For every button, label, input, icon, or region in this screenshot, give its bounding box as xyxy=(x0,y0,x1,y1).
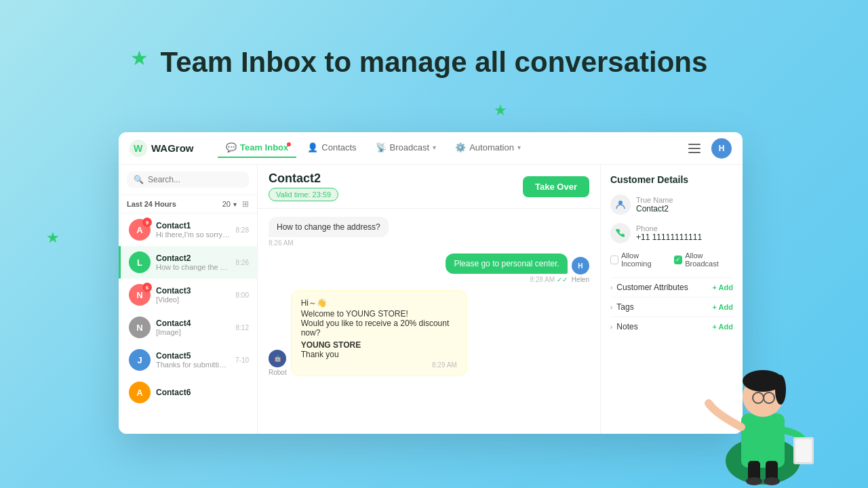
chat-messages: How to change the address? 8:26 AM Pleas… xyxy=(258,209,600,434)
contact3-info: Contact3 [Video] xyxy=(156,286,231,304)
contact4-preview: [Image] xyxy=(156,328,231,336)
allow-incoming-box[interactable] xyxy=(610,256,618,264)
name-icon xyxy=(610,195,631,215)
allow-broadcast-box[interactable]: ✓ xyxy=(674,256,682,264)
contact2-name: Contact2 xyxy=(156,253,231,263)
svg-point-15 xyxy=(746,477,762,485)
svg-point-2 xyxy=(618,201,623,205)
msg-time-2: 8:28 AM ✓✓ xyxy=(446,276,567,283)
contact6-info: Contact6 xyxy=(156,388,249,397)
tab-contacts[interactable]: 👤 Contacts xyxy=(299,138,364,158)
phone-label: Phone xyxy=(636,224,702,232)
detail-phone-row: Phone +11 11111111111 xyxy=(610,223,733,243)
msg-bubble-1: How to change the address? xyxy=(269,217,389,237)
message-received-1: How to change the address? 8:26 AM xyxy=(269,217,589,247)
search-input-wrap[interactable]: 🔍 xyxy=(127,171,249,188)
accordion-tags[interactable]: › Tags + Add xyxy=(610,297,733,317)
contact-item-contact4[interactable]: N Contact4 [Image] 8:12 xyxy=(119,311,257,344)
contact1-badge: 9 xyxy=(142,218,152,227)
contact5-name: Contact5 xyxy=(156,351,230,361)
contact2-avatar: L xyxy=(129,251,151,273)
agent-avatar-helen: H xyxy=(572,257,589,274)
tab-contacts-label: Contacts xyxy=(321,142,356,152)
bot-msg-time: 8:29 AM xyxy=(301,361,457,369)
filter-count[interactable]: 20 ▾ ⊞ xyxy=(222,199,249,209)
contact-item-contact2[interactable]: L Contact2 How to change the address? 8:… xyxy=(119,246,257,279)
contact-item-contact1[interactable]: A 9 Contact1 Hi there,I'm so sorry I for… xyxy=(119,214,257,246)
allow-broadcast-label: Allow Broadcast xyxy=(685,251,733,268)
contact5-avatar: J xyxy=(129,349,151,371)
allow-incoming-checkbox[interactable]: Allow Incoming xyxy=(610,251,666,268)
accordion-left-notes: › Notes xyxy=(610,322,638,331)
chevron-notes-icon: › xyxy=(610,323,612,331)
contact-item-contact3[interactable]: N 6 Contact3 [Video] 8:00 xyxy=(119,279,257,311)
svg-point-16 xyxy=(764,477,780,485)
accordion-left-attributes: › Customer Attributes xyxy=(610,283,688,292)
bot-bubble: Hi～👋 Welcome to YOUNG STORE! Would you l… xyxy=(291,290,467,376)
message-sent-1: Please go to personal center. 8:28 AM ✓✓… xyxy=(269,253,589,283)
brand-name: WAGrow xyxy=(151,142,194,154)
automation-dropdown-icon: ▾ xyxy=(517,144,521,151)
contact4-time: 8:12 xyxy=(236,324,249,331)
tab-team-inbox[interactable]: 💬 Team Inbox xyxy=(218,138,296,158)
svg-point-7 xyxy=(775,375,786,405)
menu-icon[interactable] xyxy=(688,144,701,153)
accordion-customer-attributes[interactable]: › Customer Attributes + Add xyxy=(610,277,733,297)
contact4-info: Contact4 [Image] xyxy=(156,319,231,336)
phone-detail: Phone +11 11111111111 xyxy=(636,224,702,242)
search-box: 🔍 xyxy=(119,165,257,195)
chat-area: Contact2 Valid time: 23:59 Take Over How… xyxy=(258,165,600,434)
contact3-name: Contact3 xyxy=(156,286,231,296)
search-input[interactable] xyxy=(148,175,242,184)
msg-bubble-2: Please go to personal center. xyxy=(446,253,567,274)
broadcast-icon: 📡 xyxy=(376,142,387,152)
allow-broadcast-checkbox[interactable]: ✓ Allow Broadcast xyxy=(674,251,733,268)
name-label: True Name xyxy=(636,196,673,204)
tab-automation[interactable]: ⚙️ Automation ▾ xyxy=(447,138,529,158)
message-bot-1: 🤖 Robot Hi～👋 Welcome to YOUNG STORE! Wou… xyxy=(269,290,589,376)
star-decoration-1: ★ xyxy=(130,46,149,70)
contact1-name: Contact1 xyxy=(156,221,231,230)
take-over-button[interactable]: Take Over xyxy=(523,176,589,197)
person-illustration xyxy=(695,325,831,488)
contact5-info: Contact5 Thanks for submitting your... xyxy=(156,351,230,369)
msg-time-1: 8:26 AM xyxy=(269,239,389,247)
bot-name: Robot xyxy=(269,369,287,376)
valid-time-badge: Valid time: 23:59 xyxy=(269,188,338,201)
filter-count-chevron: ▾ xyxy=(233,201,237,208)
name-detail: True Name Contact2 xyxy=(636,196,673,214)
allow-incoming-label: Allow Incoming xyxy=(621,251,666,268)
panel-title: Customer Details xyxy=(610,174,733,185)
filter-settings-icon[interactable]: ⊞ xyxy=(242,199,249,209)
team-inbox-icon: 💬 xyxy=(226,142,237,152)
filter-bar: Last 24 Hours 20 ▾ ⊞ xyxy=(119,195,257,214)
accordion-left-tags: › Tags xyxy=(610,302,634,312)
contact5-time: 7-10 xyxy=(235,357,249,364)
bot-avatar: 🤖 xyxy=(269,350,286,367)
user-avatar[interactable]: H xyxy=(711,138,732,159)
tab-team-inbox-label: Team Inbox xyxy=(240,142,288,152)
contact3-preview: [Video] xyxy=(156,296,231,304)
tab-broadcast[interactable]: 📡 Broadcast ▾ xyxy=(368,138,445,158)
notes-label: Notes xyxy=(616,322,637,331)
add-tags-link[interactable]: + Add xyxy=(713,303,733,311)
contact-item-contact5[interactable]: J Contact5 Thanks for submitting your...… xyxy=(119,344,257,376)
add-attributes-link[interactable]: + Add xyxy=(713,283,733,291)
broadcast-dropdown-icon: ▾ xyxy=(433,144,436,151)
contact2-info: Contact2 How to change the address? xyxy=(156,253,231,271)
top-nav: W WAGrow 💬 Team Inbox 👤 Contacts 📡 Broad… xyxy=(119,132,743,165)
contact3-avatar: N 6 xyxy=(129,284,151,306)
contact5-preview: Thanks for submitting your... xyxy=(156,361,230,369)
contact-item-contact6[interactable]: A Contact6 xyxy=(119,376,257,409)
filter-count-value: 20 xyxy=(222,200,231,208)
sidebar: 🔍 Last 24 Hours 20 ▾ ⊞ A 9 xyxy=(119,165,258,434)
search-icon: 🔍 xyxy=(134,175,144,184)
checkboxes-row: Allow Incoming ✓ Allow Broadcast xyxy=(610,251,733,268)
chat-contact-info: Contact2 Valid time: 23:59 xyxy=(269,171,338,201)
chevron-attributes-icon: › xyxy=(610,284,612,291)
contact2-time: 8:26 xyxy=(236,259,249,266)
svg-text:W: W xyxy=(134,143,143,154)
chat-contact-name: Contact2 xyxy=(269,171,338,186)
svg-rect-12 xyxy=(795,439,812,462)
decorative-figure xyxy=(695,325,831,488)
